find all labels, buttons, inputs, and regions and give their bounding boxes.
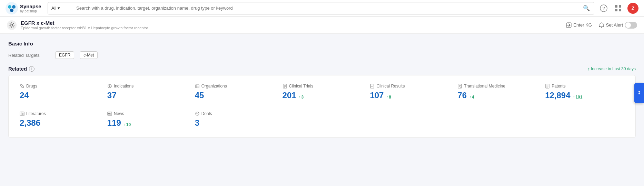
svg-line-13 — [21, 85, 23, 87]
stat-patents-value-row: 12,894 ↑ 101 — [545, 91, 624, 100]
synapse-logo-icon — [6, 2, 18, 14]
svg-rect-6 — [615, 5, 617, 8]
arrow-up-icon: ↑ — [124, 123, 126, 126]
tag-cmet[interactable]: c-Met — [80, 51, 98, 59]
related-targets-label: Related Targets — [8, 53, 50, 58]
entity-info: EGFR x c-Met Epidermal growth factor rec… — [21, 20, 148, 30]
set-alert-label: Set Alert — [606, 22, 623, 28]
svg-point-3 — [10, 9, 13, 12]
stat-organizations-label: Organizations — [195, 84, 274, 89]
apps-icon-button[interactable] — [613, 3, 623, 13]
svg-point-32 — [460, 87, 462, 88]
svg-point-10 — [11, 24, 13, 26]
enter-kg-icon — [566, 22, 572, 28]
svg-rect-38 — [21, 112, 24, 116]
alert-toggle[interactable] — [625, 22, 637, 29]
svg-point-2 — [12, 5, 16, 9]
svg-point-47 — [638, 91, 640, 92]
logo-synapse: Synapse — [20, 3, 41, 9]
stat-clinical-results-label: Clinical Results — [370, 84, 449, 89]
arrow-up-icon: ↑ — [587, 66, 590, 71]
main-content: Basic Info Related Targets EGFR c-Met Re… — [0, 34, 644, 145]
filter-label: All — [51, 6, 56, 11]
related-info-icon[interactable]: i — [29, 66, 34, 72]
stat-indications-label: Indications — [107, 84, 187, 89]
arrow-up-icon: ↑ — [573, 95, 575, 99]
stat-organizations[interactable]: Organizations 45 — [191, 81, 278, 103]
stat-clinical-results-value-row: 107 ↑ 8 — [370, 91, 449, 100]
stat-drugs-value: 24 — [20, 91, 29, 100]
sub-header-actions: Enter KG Set Alert — [566, 22, 637, 29]
side-panel-toggle[interactable] — [634, 83, 644, 103]
chevron-down-icon: ▾ — [58, 6, 60, 11]
alert-icon — [599, 22, 604, 28]
stat-drugs-label: Drugs — [20, 84, 99, 89]
translational-medicine-increase: ↑ 4 — [469, 95, 474, 100]
stat-drugs[interactable]: Drugs 24 — [16, 81, 103, 103]
search-icon[interactable]: 🔍 — [579, 5, 594, 11]
side-panel-icon — [636, 90, 642, 96]
stat-news-label: News — [107, 111, 187, 116]
svg-rect-8 — [615, 9, 617, 11]
stats-row-2: Literatures 2,386 News 119 — [16, 108, 628, 131]
stat-clinical-results[interactable]: Clinical Results 107 ↑ 8 — [366, 81, 453, 103]
related-title-area: Related i — [8, 66, 34, 72]
logo-text: Synapse by patsnap — [20, 3, 41, 13]
svg-rect-7 — [619, 5, 621, 8]
sub-header: EGFR x c-Met Epidermal growth factor rec… — [0, 17, 644, 34]
stat-translational-medicine-value-row: 76 ↑ 4 — [457, 91, 537, 100]
stat-literatures[interactable]: Literatures 2,386 — [16, 108, 103, 131]
stat-translational-medicine-label: Translational Medicine — [457, 84, 537, 89]
svg-point-15 — [109, 85, 110, 87]
main-header: Synapse by patsnap All ▾ 🔍 ? — [0, 0, 644, 17]
deals-icon — [195, 111, 200, 116]
header-actions: ? Z — [598, 3, 638, 14]
stat-clinical-trials-value-row: 201 ↑ 3 — [283, 91, 362, 100]
related-header: Related i ↑ Increase in Last 30 days — [8, 66, 636, 72]
stats-card: Drugs 24 Indications 37 — [8, 75, 636, 138]
enter-kg-button[interactable]: Enter KG — [566, 22, 592, 28]
enter-kg-label: Enter KG — [573, 22, 592, 28]
stat-news-value-row: 119 ↑ 10 — [107, 118, 187, 128]
stat-deals[interactable]: Deals 3 — [191, 108, 278, 131]
related-label: Related — [8, 66, 27, 72]
search-input[interactable] — [72, 6, 579, 11]
search-container: All ▾ 🔍 — [48, 2, 594, 14]
stat-clinical-trials-label: Clinical Trials — [283, 84, 362, 89]
arrow-up-icon: ↑ — [299, 95, 301, 99]
grid-apps-icon — [615, 5, 622, 12]
stat-patents-label: Patents — [545, 84, 624, 89]
stat-deals-label: Deals — [195, 111, 274, 116]
clinical-results-increase: ↑ 8 — [386, 95, 391, 100]
entity-settings-icon — [7, 20, 17, 30]
entity-title: EGFR x c-Met — [21, 20, 148, 26]
stat-news[interactable]: News 119 ↑ 10 — [103, 108, 191, 131]
logo-area: Synapse by patsnap — [6, 2, 43, 14]
arrow-up-icon: ↑ — [386, 95, 388, 99]
translational-medicine-icon — [457, 84, 462, 89]
organizations-icon — [195, 84, 200, 89]
help-icon-button[interactable]: ? — [598, 3, 609, 13]
clinical-trials-increase: ↑ 3 — [299, 95, 304, 100]
arrow-up-icon: ↑ — [469, 95, 471, 99]
svg-point-1 — [8, 5, 11, 9]
stat-indications[interactable]: Indications 37 — [103, 81, 191, 103]
drugs-icon — [20, 84, 24, 89]
literatures-icon — [20, 111, 24, 116]
svg-point-48 — [638, 93, 640, 94]
stats-row-1: Drugs 24 Indications 37 — [16, 81, 628, 103]
user-avatar[interactable]: Z — [627, 3, 638, 14]
indications-icon — [107, 84, 112, 89]
entity-subtitle: Epidermal growth factor receptor erbB1 x… — [21, 26, 148, 30]
search-filter-dropdown[interactable]: All ▾ — [48, 2, 72, 14]
clinical-results-icon — [370, 84, 375, 89]
stat-clinical-trials[interactable]: Clinical Trials 201 ↑ 3 — [278, 81, 366, 103]
stat-translational-medicine[interactable]: Translational Medicine 76 ↑ 4 — [453, 81, 541, 103]
stat-patents[interactable]: Patents 12,894 ↑ 101 — [541, 81, 628, 103]
news-icon — [107, 111, 112, 116]
svg-rect-9 — [619, 9, 621, 11]
set-alert-button[interactable]: Set Alert — [599, 22, 637, 29]
increase-label: ↑ Increase in Last 30 days — [587, 66, 636, 71]
news-increase: ↑ 10 — [124, 122, 131, 127]
tag-egfr[interactable]: EGFR — [55, 51, 74, 59]
